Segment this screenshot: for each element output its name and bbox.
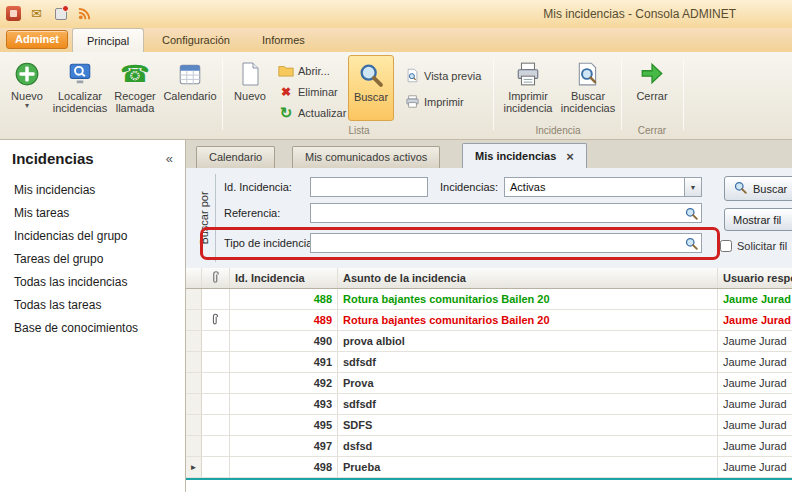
table-row[interactable]: 497 dsfsd Jaume Jurad	[186, 436, 792, 457]
table-row[interactable]: 488 Rotura bajantes comunitarios Bailen …	[186, 289, 792, 310]
group-caption-incidencia: Incidencia	[499, 125, 617, 136]
table-row[interactable]: 491 sdfsdf Jaume Jurad	[186, 352, 792, 373]
calendar-icon	[177, 58, 203, 90]
tab-mis-comunicados-activos[interactable]: Mis comunicados activos	[292, 146, 440, 168]
collapse-sidebar-icon[interactable]: «	[166, 151, 173, 166]
print-button[interactable]: Imprimir	[404, 92, 464, 111]
sidebar-title: Incidencias	[12, 150, 94, 167]
pick-up-call-button[interactable]: ☎ Recoger llamada	[110, 55, 160, 127]
sidebar-item-mis-tareas[interactable]: Mis tareas	[0, 202, 185, 225]
refresh-button[interactable]: ↻ Actualizar	[278, 103, 346, 122]
id-incidencia-label: Id. Incidencia:	[224, 181, 292, 193]
open-button[interactable]: Abrir...	[278, 61, 330, 80]
table-row[interactable]: 495 SDFS Jaume Jurad	[186, 415, 792, 436]
delete-button[interactable]: ✖ Eliminar	[278, 82, 338, 101]
print-preview-button[interactable]: Vista previa	[404, 66, 481, 85]
referencia-label: Referencia:	[224, 207, 280, 219]
phone-icon: ☎	[120, 58, 150, 90]
notification-icon[interactable]	[52, 5, 69, 22]
new-button[interactable]: Nuevo ▾	[4, 55, 50, 127]
printer-document-icon	[515, 58, 541, 90]
sidebar-item-tareas-del-grupo[interactable]: Tareas del grupo	[0, 248, 185, 271]
grid-header-user[interactable]: Usuario respons	[718, 268, 792, 288]
delete-x-icon: ✖	[278, 84, 294, 100]
exit-arrow-icon	[639, 58, 665, 90]
panel-search-button[interactable]: Buscar	[724, 176, 792, 201]
sidebar-item-mis-incidencias[interactable]: Mis incidencias	[0, 179, 185, 202]
sidebar-item-base-de-conocimientos[interactable]: Base de conocimientos	[0, 317, 185, 340]
table-row-selected[interactable]: ► 498 Prueba Jaume Jurad	[186, 457, 792, 478]
id-incidencia-field	[310, 177, 428, 197]
ribbon: Nuevo ▾ Localizar incidencias ☎ Recoger …	[0, 52, 792, 140]
search-by-vertical-label: Buscar por	[192, 174, 216, 262]
new-document-button[interactable]: Nuevo	[228, 55, 272, 127]
incidencias-combobox[interactable]: Activas ▼	[504, 177, 702, 197]
ribbon-separator	[683, 58, 684, 130]
ribbon-separator	[621, 58, 622, 130]
sidebar-item-todas-las-incidencias[interactable]: Todas las incidencias	[0, 271, 185, 294]
group-caption-lista: Lista	[228, 125, 490, 136]
app-icon[interactable]	[6, 6, 21, 21]
request-filter-option: Solicitar fil	[720, 240, 787, 252]
chevron-down-icon[interactable]: ▼	[684, 178, 701, 196]
search-icon	[357, 59, 385, 91]
calendar-button[interactable]: Calendario	[162, 55, 218, 127]
ribbon-separator	[493, 58, 494, 130]
show-filter-button[interactable]: Mostrar fil	[724, 208, 792, 231]
search-panel: Buscar por Id. Incidencia: Incidencias: …	[186, 168, 792, 268]
ribbon-tab-configuracion[interactable]: Configuración	[148, 28, 244, 52]
chevron-down-icon: ▾	[25, 102, 29, 110]
tab-calendario[interactable]: Calendario	[196, 146, 275, 168]
preview-icon	[404, 68, 420, 84]
document-tab-strip: Calendario Mis comunicados activos Mis i…	[186, 140, 792, 168]
table-row[interactable]: 492 Prova Jaume Jurad	[186, 373, 792, 394]
app-window: ✉ Mis incidencias - Consola ADMINET Admi…	[0, 0, 792, 492]
document-icon	[238, 58, 262, 90]
id-incidencia-input[interactable]	[311, 178, 427, 196]
referencia-field	[310, 203, 702, 223]
grid-header-subject[interactable]: Asunto de la incidencia	[338, 268, 718, 288]
sidebar-item-incidencias-del-grupo[interactable]: Incidencias del grupo	[0, 225, 185, 248]
row-pointer-icon: ►	[186, 457, 202, 477]
search-icon	[733, 180, 748, 197]
tipo-incidencia-input[interactable]	[311, 234, 701, 252]
incidencias-selected-value: Activas	[505, 178, 684, 196]
printer-icon	[404, 94, 420, 110]
ribbon-tab-informes[interactable]: Informes	[248, 28, 319, 52]
search-icon[interactable]	[684, 206, 699, 221]
ribbon-tab-principal[interactable]: Principal	[72, 28, 144, 52]
group-caption-cerrar: Cerrar	[627, 125, 677, 136]
feed-icon[interactable]	[76, 5, 93, 22]
sidebar-item-todas-las-tareas[interactable]: Todas las tareas	[0, 294, 185, 317]
grid-header-gutter	[186, 268, 202, 288]
quick-access-toolbar: ✉	[6, 5, 93, 22]
mail-icon[interactable]: ✉	[28, 5, 45, 22]
search-icon[interactable]	[684, 236, 699, 251]
search-document-icon	[575, 58, 601, 90]
tab-mis-incidencias[interactable]: Mis incidencias ×	[462, 143, 587, 168]
solicitar-checkbox[interactable]	[720, 240, 732, 252]
close-button[interactable]: Cerrar	[627, 55, 677, 127]
search-incidents-button[interactable]: Buscar incidencias	[559, 55, 617, 127]
tab-close-icon[interactable]: ×	[566, 150, 574, 163]
referencia-input[interactable]	[311, 204, 701, 222]
solicitar-label: Solicitar fil	[737, 240, 787, 252]
search-button[interactable]: Buscar	[348, 55, 394, 121]
incidencias-label: Incidencias:	[440, 181, 498, 193]
locate-icon	[67, 58, 93, 90]
tipo-incidencia-field	[310, 233, 702, 253]
grid-header-id[interactable]: Id. Incidencia	[230, 268, 338, 288]
table-row[interactable]: 489 Rotura bajantes comunitarios Bailen …	[186, 310, 792, 331]
folder-icon	[278, 63, 294, 79]
sidebar-header: Incidencias «	[0, 140, 185, 179]
attachment-column-icon[interactable]	[202, 268, 230, 288]
print-incident-button[interactable]: Imprimir incidencia	[499, 55, 557, 127]
incidents-grid: Id. Incidencia Asunto de la incidencia U…	[186, 268, 792, 480]
ribbon-separator	[222, 58, 223, 130]
refresh-icon: ↻	[278, 105, 294, 121]
table-row[interactable]: 490 prova albiol Jaume Jurad	[186, 331, 792, 352]
table-row[interactable]: 493 sdfsdf Jaume Jurad	[186, 394, 792, 415]
locate-incidents-button[interactable]: Localizar incidencias	[52, 55, 108, 127]
tipo-incidencia-label: Tipo de incidencia:	[224, 237, 315, 249]
application-menu-button[interactable]: Adminet	[6, 30, 68, 49]
